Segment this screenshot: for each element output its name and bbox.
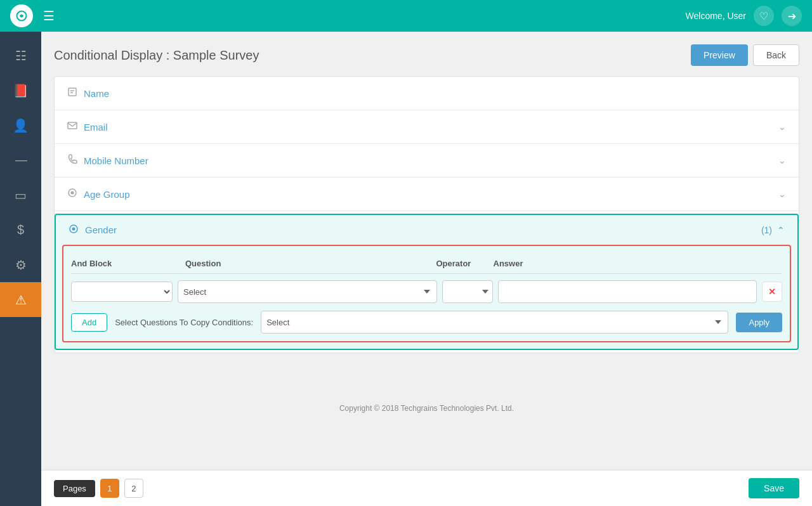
sidebar-item-layers[interactable]: ⸻ bbox=[0, 143, 41, 178]
sidebar-item-settings[interactable]: ⚙ bbox=[0, 247, 41, 282]
svg-point-6 bbox=[71, 191, 74, 195]
col-header-question: Question bbox=[185, 259, 436, 268]
gender-header-left: Gender bbox=[69, 224, 117, 236]
add-condition-button[interactable]: Add bbox=[71, 313, 107, 332]
delete-condition-button[interactable]: ✕ bbox=[762, 282, 782, 302]
preview-button[interactable]: Preview bbox=[691, 44, 748, 66]
gender-count-badge: (1) bbox=[761, 225, 772, 235]
sidebar-item-square[interactable]: ▭ bbox=[0, 178, 41, 212]
logo bbox=[10, 4, 33, 27]
back-button[interactable]: Back bbox=[753, 44, 799, 66]
email-chevron-icon: ⌄ bbox=[778, 122, 786, 132]
bottom-bar: Pages 1 2 Save bbox=[41, 470, 812, 506]
header-buttons: Preview Back bbox=[691, 44, 799, 66]
answer-input bbox=[498, 280, 757, 303]
phone-icon bbox=[67, 154, 77, 167]
survey-item-agegroup: Age Group ⌄ bbox=[55, 178, 799, 211]
survey-item-mobile: Mobile Number ⌄ bbox=[55, 144, 799, 178]
footer: Copyright © 2018 Techgrains Technologies… bbox=[54, 366, 799, 419]
copy-conditions-label: Select Questions To Copy Conditions: bbox=[115, 318, 253, 327]
user-icon: 👤 bbox=[13, 118, 29, 133]
delete-icon: ✕ bbox=[768, 287, 776, 297]
survey-item-name-left: Name bbox=[67, 87, 109, 100]
name-label: Name bbox=[84, 88, 109, 99]
condition-table-header: And Block Question Operator Answer bbox=[71, 254, 782, 274]
agegroup-label: Age Group bbox=[84, 189, 130, 200]
svg-point-8 bbox=[72, 228, 75, 231]
page-header: Conditional Display : Sample Survey Prev… bbox=[54, 44, 799, 66]
survey-item-email: Email ⌄ bbox=[55, 110, 799, 144]
condition-box: And Block Question Operator Answer bbox=[62, 245, 791, 342]
survey-item-gender: Gender (1) ⌃ And Block Question Operator… bbox=[55, 214, 799, 350]
settings-icon: ⚙ bbox=[15, 257, 27, 273]
page-title: Conditional Display : Sample Survey bbox=[54, 48, 259, 63]
copy-questions-select[interactable]: Select bbox=[261, 311, 728, 334]
copyright-text: Copyright © 2018 Techgrains Technologies… bbox=[339, 404, 514, 413]
operator-select[interactable] bbox=[442, 280, 493, 303]
sidebar-item-dashboard[interactable]: ☷ bbox=[0, 38, 41, 73]
svg-rect-1 bbox=[69, 88, 76, 96]
survey-item-agegroup-left: Age Group bbox=[67, 188, 130, 200]
condition-footer: Add Select Questions To Copy Conditions:… bbox=[71, 311, 782, 334]
survey-container: Name Email ⌄ bbox=[54, 76, 799, 353]
apply-button[interactable]: Apply bbox=[736, 313, 782, 332]
nav-left: ☰ bbox=[10, 4, 55, 27]
dollar-icon: $ bbox=[17, 223, 24, 237]
alert-icon: ⚠ bbox=[15, 292, 27, 308]
dashboard-icon: ☷ bbox=[15, 48, 27, 63]
agegroup-radio-icon bbox=[67, 188, 77, 200]
mobile-label: Mobile Number bbox=[84, 155, 148, 166]
logout-icon[interactable]: ➔ bbox=[782, 6, 802, 26]
col-header-operator: Operator bbox=[436, 259, 494, 268]
layers-icon: ⸻ bbox=[15, 153, 27, 167]
sidebar-item-alert[interactable]: ⚠ bbox=[0, 282, 41, 317]
main-content: Conditional Display : Sample Survey Prev… bbox=[41, 32, 812, 506]
sidebar-item-dollar[interactable]: $ bbox=[0, 212, 41, 247]
user-nav-icon[interactable]: ♡ bbox=[754, 6, 774, 26]
survey-item-mobile-left: Mobile Number bbox=[67, 154, 148, 167]
nav-right: Welcome, User ♡ ➔ bbox=[686, 6, 802, 26]
mobile-chevron-icon: ⌄ bbox=[778, 155, 786, 165]
gender-label: Gender bbox=[85, 224, 117, 235]
square-icon: ▭ bbox=[15, 188, 27, 203]
survey-item-name: Name bbox=[55, 77, 799, 110]
agegroup-chevron-icon: ⌄ bbox=[778, 189, 786, 199]
name-form-icon bbox=[67, 87, 77, 100]
email-label: Email bbox=[84, 122, 108, 133]
col-header-and-block: And Block bbox=[71, 259, 185, 268]
main-scroll: Conditional Display : Sample Survey Prev… bbox=[54, 44, 799, 470]
pages-label: Pages bbox=[54, 480, 95, 497]
col-header-answer: Answer bbox=[494, 259, 745, 268]
and-block-select[interactable] bbox=[71, 282, 173, 302]
sidebar-item-book[interactable]: 📕 bbox=[0, 73, 41, 108]
survey-item-email-left: Email bbox=[67, 120, 108, 133]
svg-rect-4 bbox=[68, 122, 77, 129]
save-button[interactable]: Save bbox=[749, 478, 799, 498]
question-select[interactable]: Select bbox=[178, 280, 437, 303]
gender-header: Gender (1) ⌃ bbox=[56, 215, 797, 245]
book-icon: 📕 bbox=[13, 83, 29, 98]
condition-row: Select ✕ bbox=[71, 280, 782, 303]
sidebar: ☷ 📕 👤 ⸻ ▭ $ ⚙ ⚠ bbox=[0, 32, 41, 506]
top-nav: ☰ Welcome, User ♡ ➔ bbox=[0, 0, 812, 32]
gender-radio-icon bbox=[69, 224, 79, 236]
sidebar-item-user[interactable]: 👤 bbox=[0, 108, 41, 143]
hamburger-icon[interactable]: ☰ bbox=[43, 8, 55, 23]
gender-chevron-up-icon: ⌃ bbox=[777, 225, 785, 235]
email-icon bbox=[67, 120, 77, 133]
page-2-button[interactable]: 2 bbox=[124, 479, 143, 498]
page-1-button[interactable]: 1 bbox=[100, 479, 119, 498]
welcome-text: Welcome, User bbox=[686, 11, 746, 21]
pages-section: Pages 1 2 bbox=[54, 479, 143, 498]
